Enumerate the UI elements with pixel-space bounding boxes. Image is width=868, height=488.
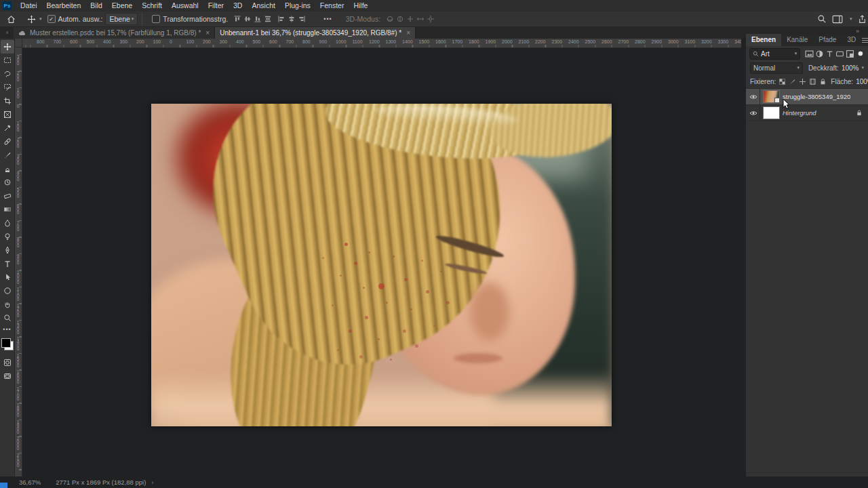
align-bottom-icon[interactable] — [254, 15, 262, 23]
layer-filter-kind[interactable]: Art ▾ — [749, 48, 800, 60]
close-icon[interactable]: × — [205, 29, 210, 37]
tool-lasso[interactable] — [1, 67, 14, 81]
layer-name[interactable]: Hintergrund — [783, 109, 816, 117]
blend-mode-select[interactable]: Normal ▾ — [750, 62, 803, 74]
tool-eyedropper[interactable] — [1, 121, 14, 135]
menu-item-auswahl[interactable]: Auswahl — [167, 0, 203, 12]
menu-item-bild[interactable]: Bild — [85, 0, 107, 12]
align-left-icon[interactable] — [277, 15, 285, 23]
menu-item-ansicht[interactable]: Ansicht — [247, 0, 279, 12]
home-button[interactable] — [4, 13, 18, 25]
menu-item-fenster[interactable]: Fenster — [315, 0, 349, 12]
layer-row-struggle[interactable]: struggle-3805349_1920 — [746, 89, 868, 105]
lock-artboard-icon[interactable] — [809, 78, 816, 85]
3d-roll-icon[interactable] — [396, 15, 404, 23]
auto-select-checkbox[interactable]: ✓ — [47, 15, 56, 23]
opacity-field[interactable]: 100% ▾ — [842, 64, 864, 72]
lock-position-icon[interactable] — [799, 78, 806, 85]
tool-frame[interactable] — [1, 108, 14, 121]
visibility-toggle[interactable] — [747, 105, 760, 121]
tool-brush[interactable] — [1, 148, 14, 162]
menu-item-plugins[interactable]: Plug-ins — [280, 0, 315, 12]
tool-pen[interactable] — [1, 243, 14, 257]
tool-zoom[interactable] — [1, 311, 14, 325]
menu-item-ebene[interactable]: Ebene — [107, 0, 137, 12]
layer-row-hintergrund[interactable]: Hintergrund — [746, 105, 868, 121]
tool-type[interactable] — [1, 257, 14, 270]
layer-lock-icon[interactable] — [856, 109, 863, 117]
layer-name[interactable]: struggle-3805349_1920 — [783, 93, 850, 100]
status-options-chevron[interactable]: › — [151, 479, 153, 486]
search-icon[interactable] — [817, 14, 827, 24]
tool-dodge[interactable] — [1, 230, 14, 243]
tool-crop[interactable] — [1, 94, 14, 108]
ruler-corner[interactable] — [15, 39, 22, 47]
document-tab-muster[interactable]: Muster erstellen.psdc bei 15,7% (Farbfül… — [14, 27, 215, 39]
filter-toggle-icon[interactable] — [856, 49, 865, 58]
3d-orbit-icon[interactable] — [386, 15, 394, 23]
layer-thumbnail[interactable] — [763, 106, 780, 119]
tool-hand[interactable] — [1, 298, 14, 311]
lock-all-icon[interactable] — [819, 78, 827, 85]
filter-smart-object-icon[interactable] — [846, 49, 854, 58]
menu-item-filter[interactable]: Filter — [203, 0, 229, 12]
3d-pan-icon[interactable] — [406, 15, 414, 23]
panel-menu-icon[interactable] — [861, 34, 868, 46]
auto-select-dropdown[interactable]: Ebene ▾ — [105, 13, 138, 25]
tool-clone-stamp[interactable] — [1, 162, 14, 176]
tool-object-selection[interactable] — [1, 81, 14, 94]
tool-move[interactable] — [1, 40, 14, 54]
share-icon[interactable] — [858, 15, 867, 24]
align-hcenter-icon[interactable] — [288, 15, 296, 23]
document-tab-unbenannt[interactable]: Unbenannt-1 bei 36,7% (struggle-3805349_… — [215, 27, 416, 39]
tool-marquee[interactable] — [1, 54, 14, 67]
layer-thumbnail[interactable] — [763, 90, 780, 103]
panel-tab-3d[interactable]: 3D — [842, 34, 861, 46]
close-icon[interactable]: × — [406, 29, 410, 37]
distribute-vertical-icon[interactable] — [264, 15, 272, 23]
canvas-image[interactable] — [151, 104, 612, 426]
screen-mode-button[interactable] — [1, 369, 14, 383]
menu-item-bearbeiten[interactable]: Bearbeiten — [42, 0, 86, 12]
tool-path-selection[interactable] — [1, 270, 14, 284]
transform-controls-checkbox[interactable] — [152, 15, 160, 23]
lock-pixels-icon[interactable] — [789, 78, 796, 85]
filter-shape-layers-icon[interactable] — [835, 49, 844, 58]
zoom-level-field[interactable]: 36,67% — [19, 479, 41, 486]
align-vcenter-icon[interactable] — [243, 15, 252, 23]
filter-adjustment-layers-icon[interactable] — [815, 49, 824, 58]
workspace-switcher-icon[interactable] — [832, 15, 843, 24]
vertical-ruler[interactable]: 3002001000100200300400500600700800900100… — [15, 47, 22, 476]
3d-scale-icon[interactable] — [427, 15, 435, 23]
menu-item-hilfe[interactable]: Hilfe — [349, 0, 372, 12]
horizontal-ruler[interactable]: 8007006005004003002001000100200300400500… — [22, 39, 741, 48]
tool-eraser[interactable] — [1, 189, 14, 203]
filter-type-layers-icon[interactable] — [825, 49, 834, 58]
3d-slide-icon[interactable] — [416, 15, 425, 23]
panel-tab-kanaele[interactable]: Kanäle — [781, 34, 813, 46]
fill-field[interactable]: 100% ▾ — [856, 78, 868, 85]
foreground-color-swatch[interactable] — [1, 338, 11, 348]
more-options-button[interactable]: ••• — [323, 16, 332, 22]
tool-preset-move[interactable] — [24, 13, 38, 25]
panel-tab-ebenen[interactable]: Ebenen — [746, 34, 781, 46]
menu-item-3d[interactable]: 3D — [229, 0, 247, 12]
tool-shape[interactable] — [1, 284, 14, 298]
filter-pixel-layers-icon[interactable] — [805, 49, 814, 58]
tool-gradient[interactable] — [1, 203, 14, 216]
lock-transparency-icon[interactable] — [778, 78, 786, 85]
tool-healing-brush[interactable] — [1, 135, 14, 148]
menu-item-schrift[interactable]: Schrift — [137, 0, 167, 12]
quick-mask-button[interactable] — [1, 356, 14, 369]
panel-tab-pfade[interactable]: Pfade — [813, 34, 842, 46]
visibility-toggle[interactable] — [747, 89, 760, 104]
chevron-down-icon[interactable]: ▾ — [850, 16, 852, 22]
align-right-icon[interactable] — [298, 15, 306, 23]
tool-blur[interactable] — [1, 216, 14, 230]
edit-toolbar-button[interactable]: ••• — [1, 325, 14, 334]
chevron-down-icon[interactable]: ▾ — [39, 16, 42, 22]
tool-history-brush[interactable] — [1, 176, 14, 189]
align-top-icon[interactable] — [233, 15, 241, 23]
menu-item-datei[interactable]: Datei — [16, 0, 42, 12]
collapse-toolbar-icon[interactable]: » — [1, 26, 13, 39]
